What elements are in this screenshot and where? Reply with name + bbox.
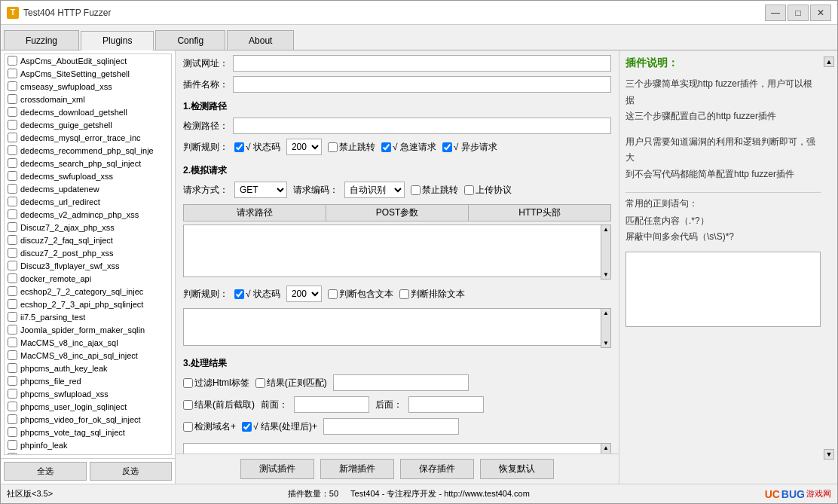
list-item[interactable]: phpmyadmin_pass_test [5,451,171,455]
textarea-scrollbar: ▲ ▼ [601,225,611,279]
tab-config[interactable]: Config [155,30,225,50]
status-left: 社区版<3.5> [7,488,53,499]
list-item[interactable]: phpcms_user_login_sqlinject [5,400,171,413]
list-item[interactable]: AspCms_AboutEdit_sqlinject [5,54,171,67]
list-item[interactable]: ecshop2_7_2_category_sql_injec [5,285,171,298]
scroll-up-icon[interactable]: ▲ [601,225,610,234]
detect-path-label: 检测路径： [183,120,228,133]
list-item[interactable]: dedecms_recommend_php_sql_inje [5,144,171,157]
detect-path-input[interactable] [233,118,611,134]
quick-request-check[interactable]: √ 急速请求 [381,141,436,154]
scroll2-down-icon[interactable]: ▼ [601,339,610,347]
front-input[interactable] [294,396,369,413]
scroll3-up-icon[interactable]: ▲ [601,444,610,452]
list-item[interactable]: phpcms_file_red [5,374,171,387]
list-item[interactable]: AspCms_SiteSetting_getshell [5,67,171,80]
list-item[interactable]: dedecms_search_php_sql_inject [5,157,171,170]
scroll-down-icon[interactable]: ▼ [601,270,610,279]
method-label: 请求方式： [183,184,228,197]
upload-protocol-check[interactable]: 上传协议 [464,184,512,197]
async-request-check[interactable]: √ 异步请求 [442,141,497,154]
method-select[interactable]: GETPOSTHEAD [234,182,287,198]
test-url-input[interactable] [233,55,611,72]
request-textarea-container: ▲ ▼ [183,225,611,279]
result-match-input[interactable] [333,374,469,391]
list-item[interactable]: phpcms_auth_key_leak [5,362,171,374]
list-item[interactable]: phpinfo_leak [5,438,171,451]
result-row-2: 结果(前后截取) 前面： 后面： [183,396,611,413]
invert-select-button[interactable]: 反选 [90,462,173,481]
textarea2[interactable] [183,308,611,346]
plugin-list-container[interactable]: AspCms_AboutEdit_sqlinjectAspCms_SiteSet… [4,53,172,455]
restore-default-button[interactable]: 恢复默认 [480,459,554,479]
minimize-button[interactable]: — [765,5,786,21]
list-item[interactable]: discuz7_2_faq_sql_inject [5,234,171,246]
plugin-desc-text2: 用户只需要知道漏洞的利用和逻辑判断即可，强大 到不会写代码都能简单配置http … [625,134,821,183]
section2-title: 2.模拟请求 [183,164,611,177]
tab-plugins[interactable]: Plugins [81,31,154,50]
list-item[interactable]: dedecms_mysql_error_trace_inc [5,131,171,144]
list-item[interactable]: docker_remote_api [5,272,171,285]
no-redirect-check-2[interactable]: 禁止跳转 [411,184,458,197]
list-item[interactable]: dedecms_swfupload_xss [5,170,171,182]
result-front-back-check[interactable]: 结果(前后截取) [183,399,255,411]
list-item[interactable]: phpcms_video_for_ok_sql_inject [5,413,171,426]
right-scroll-down-button[interactable]: ▼ [824,449,834,460]
list-item[interactable]: dedecms_updatenew [5,182,171,195]
status-code-check-1[interactable]: √ 状态码 [234,141,280,154]
section3-title: 3.处理结果 [183,357,611,370]
list-item[interactable]: ecshop_2_7_3_api_php_sqlinject [5,298,171,310]
textarea3[interactable] [183,443,611,454]
status-code-select-2[interactable]: 200301302404 [286,286,322,302]
tab-about[interactable]: About [227,30,294,50]
detect-domain-check[interactable]: 检测域名+ [183,420,236,433]
plugin-name-input[interactable] [233,76,611,93]
main-content: AspCms_AboutEdit_sqlinjectAspCms_SiteSet… [1,50,837,484]
list-item[interactable]: ii7.5_parsing_test [5,310,171,323]
list-item[interactable]: Discuz3_flvplayer_swf_xss [5,259,171,272]
encoding-select[interactable]: 自动识别UTF-8GBK [344,182,405,198]
list-item[interactable]: phpcms_vote_tag_sql_inject [5,426,171,438]
contains-text-check[interactable]: 判断包含文本 [328,288,393,301]
close-button[interactable]: ✕ [810,5,831,21]
request-textarea[interactable] [183,225,611,277]
list-item[interactable]: MacCMS_v8_inc_ajax_sql [5,336,171,349]
back-input[interactable] [408,396,484,413]
status-code-check-2[interactable]: √ 状态码 [234,288,280,301]
right-scroll-up-button[interactable]: ▲ [824,57,834,67]
exclude-text-check[interactable]: 判断排除文本 [399,288,465,301]
result-after-check[interactable]: √ 结果(处理后)+ [242,420,317,433]
test-plugin-button[interactable]: 测试插件 [240,459,314,479]
title-bar: T Test404 HTTP Fuzzer — □ ✕ [1,1,837,25]
list-item[interactable]: discuz7_2_post_php_xss [5,246,171,259]
select-all-button[interactable]: 全选 [4,462,87,481]
list-item[interactable]: Joomla_spider_form_maker_sqlin [5,323,171,336]
save-plugin-button[interactable]: 保存插件 [400,459,474,479]
no-redirect-check-1[interactable]: 禁止跳转 [328,141,375,154]
list-item[interactable]: dedecms_download_getshell [5,105,171,118]
filter-html-check[interactable]: 过滤Html标签 [183,377,249,389]
right-panel: ▲ 插件说明： 三个步骤简单实现http fuzzer插件，用户可以根据 这三个… [619,50,837,484]
request-table-header: 请求路径 POST参数 HTTP头部 [183,204,611,221]
result-match-check[interactable]: 结果(正则匹配) [255,377,327,389]
list-item[interactable]: crossdomain_xml [5,93,171,105]
list-item[interactable]: dedecms_v2_admincp_php_xss [5,208,171,221]
center-area: 测试网址： 插件名称： 1.检测路径 检测路径： 判断规则： [176,50,619,484]
result-after-input[interactable] [323,418,459,435]
list-item[interactable]: dedecms_url_redirect [5,195,171,208]
scroll2-up-icon[interactable]: ▲ [601,309,610,317]
plugin-desc-title: 插件说明： [625,57,821,70]
maximize-button[interactable]: □ [788,5,809,21]
plugin-name-label: 插件名称： [183,78,228,91]
path-header: 请求路径 [184,205,326,221]
list-item[interactable]: dedecms_guige_getshell [5,118,171,131]
add-plugin-button[interactable]: 新增插件 [320,459,394,479]
list-item[interactable]: phpcms_swfupload_xss [5,387,171,400]
list-item[interactable]: cmseasy_swfupload_xss [5,80,171,93]
bottom-buttons: 测试插件 新增插件 保存插件 恢复默认 [176,454,619,484]
tab-fuzzing[interactable]: Fuzzing [4,30,79,50]
result-row-3: 检测域名+ √ 结果(处理后)+ [183,418,611,435]
list-item[interactable]: Discuz7_2_ajax_php_xss [5,221,171,234]
list-item[interactable]: MacCMS_v8_inc_api_sql_inject [5,349,171,362]
status-code-select-1[interactable]: 200301302404 [286,139,322,155]
